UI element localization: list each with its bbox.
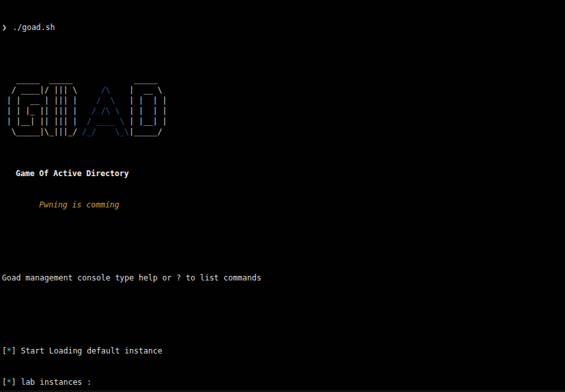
- banner-subtitle: Pwning is comming: [39, 200, 565, 210]
- text-segment: | | __ | ||| |: [2, 96, 82, 105]
- shell-command: ./goad.sh: [12, 23, 55, 32]
- text-segment: / /\ \: [82, 106, 129, 115]
- text-segment: | |__| || ||| |: [2, 117, 82, 126]
- text-segment: /\: [82, 85, 129, 95]
- text-segment: lab instances :: [21, 378, 91, 387]
- shell-prompt-line: ❯./goad.sh: [2, 22, 565, 33]
- text-segment: ]: [11, 346, 20, 355]
- log-lab-instances: [*] lab instances :: [2, 377, 565, 387]
- log-start-loading: [*] Start Loading default instance: [2, 346, 565, 356]
- text-segment: | __ \: [129, 85, 167, 95]
- terminal-window[interactable]: ❯./goad.sh _____ _____ _____ / ____|/ ||…: [0, 0, 565, 391]
- text-segment: |_____/: [129, 127, 167, 136]
- text-segment: _____ _____: [2, 75, 82, 84]
- text-segment: / ____ \: [82, 117, 129, 126]
- text-segment: ]: [11, 378, 20, 387]
- text-segment: | | | |: [129, 106, 167, 115]
- text-segment: / \: [82, 96, 129, 105]
- prompt-chevron-icon: ❯: [2, 23, 7, 32]
- banner-title: Game Of Active Directory: [16, 168, 565, 179]
- console-intro: Goad management console type help or ? t…: [2, 273, 565, 283]
- text-segment: | |__| |: [129, 117, 167, 126]
- text-segment: | | | |: [129, 96, 167, 105]
- text-segment: \_____|\_|||_/: [2, 127, 82, 136]
- text-segment: | | |_ || ||| |: [2, 106, 82, 115]
- text-segment: / ____|/ ||| \: [2, 85, 82, 95]
- text-segment: /_/ \_\: [82, 127, 129, 136]
- text-segment: [82, 75, 129, 84]
- goad-ascii-logo: _____ _____ _____ / ____|/ ||| \ /\ | __…: [2, 74, 565, 137]
- text-segment: _____: [129, 75, 167, 84]
- text-segment: Start Loading default instance: [21, 346, 162, 355]
